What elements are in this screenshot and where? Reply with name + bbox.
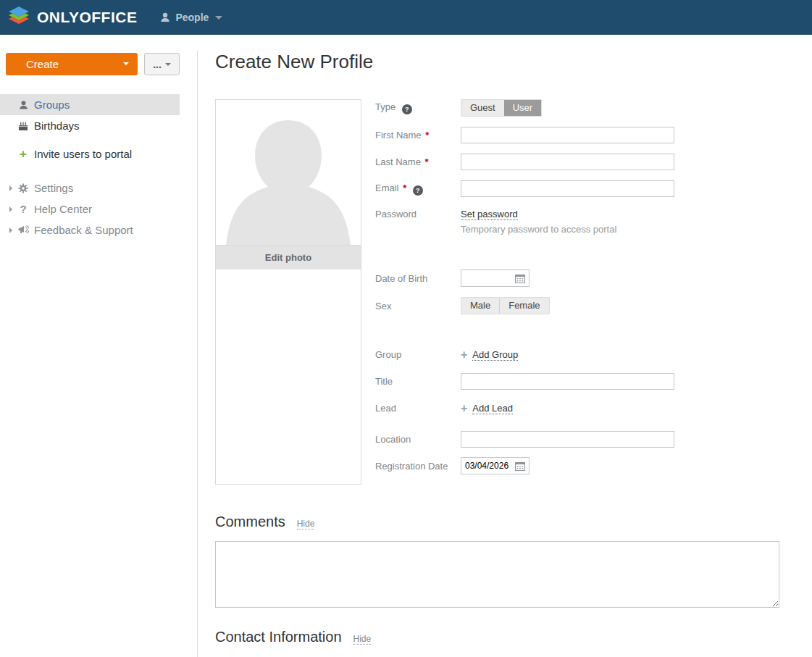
sidebar-item-label: Invite users to portal <box>34 148 132 160</box>
type-row: Type ? Guest User <box>375 99 812 117</box>
module-label: People <box>175 12 209 23</box>
help-icon[interactable]: ? <box>413 185 423 196</box>
first-name-label-text: First Name <box>375 130 422 141</box>
chevron-down-icon <box>165 63 171 66</box>
plus-icon: + <box>461 350 467 359</box>
chevron-down-icon <box>123 62 129 65</box>
gear-icon <box>17 183 29 193</box>
sidebar-item-groups[interactable]: Groups <box>0 94 180 115</box>
avatar-silhouette-icon <box>216 100 361 245</box>
add-lead-link[interactable]: Add Lead <box>472 403 513 414</box>
required-asterisk: * <box>403 183 406 193</box>
email-row: Email * ? <box>375 180 812 197</box>
sidebar-item-label: Help Center <box>34 203 92 215</box>
comments-hide-link[interactable]: Hide <box>297 519 315 530</box>
last-name-label-text: Last Name <box>375 156 421 167</box>
contact-information-section: Contact Information Hide + Add new conta… <box>215 629 812 657</box>
type-toggle: Guest User <box>461 99 542 117</box>
location-row: Location <box>375 431 812 448</box>
first-name-input[interactable] <box>461 127 674 143</box>
megaphone-icon <box>17 225 29 235</box>
sidebar-item-label: Settings <box>34 182 73 194</box>
sidebar: Create ... Groups <box>0 35 198 657</box>
sex-label: Sex <box>375 301 461 311</box>
group-label: Group <box>375 349 461 360</box>
first-name-row: First Name * <box>375 127 812 143</box>
create-button-label: Create <box>26 58 59 70</box>
sex-option-female[interactable]: Female <box>499 298 548 314</box>
type-label-text: Type <box>375 101 395 112</box>
title-input[interactable] <box>461 373 674 390</box>
sidebar-menu: Groups Birthdays <box>0 94 198 240</box>
brand-title[interactable]: ONLYOFFICE <box>37 9 137 26</box>
email-label-text: Email <box>375 183 399 193</box>
password-row: Password Set password Temporary password… <box>375 207 812 235</box>
sidebar-item-label: Groups <box>34 99 70 111</box>
birth-date-field <box>461 269 530 287</box>
expand-arrow-icon <box>9 185 12 191</box>
create-button[interactable]: Create <box>6 53 138 75</box>
registration-date-row: Registration Date <box>375 457 812 474</box>
title-label: Title <box>375 376 461 387</box>
group-row: Group + Add Group <box>375 346 812 363</box>
expand-arrow-icon <box>9 206 12 212</box>
sex-toggle: Male Female <box>461 297 550 314</box>
last-name-input[interactable] <box>461 154 674 170</box>
password-hint: Temporary password to access portal <box>461 224 616 235</box>
plus-icon: + <box>17 149 29 159</box>
birth-date-row: Date of Birth <box>375 269 812 287</box>
add-group-link[interactable]: Add Group <box>472 349 518 361</box>
set-password-link[interactable]: Set password <box>461 209 518 220</box>
sidebar-item-help-center[interactable]: ? Help Center <box>0 198 180 219</box>
location-input[interactable] <box>461 431 674 448</box>
calendar-icon[interactable] <box>515 274 525 283</box>
password-label: Password <box>375 207 461 219</box>
sidebar-item-label: Birthdays <box>34 120 80 132</box>
profile-photo-placeholder <box>216 100 361 245</box>
sidebar-divider <box>197 51 198 657</box>
chevron-down-icon <box>215 16 222 20</box>
sidebar-item-invite-users[interactable]: + Invite users to portal <box>0 143 180 164</box>
email-label: Email * ? <box>375 183 461 196</box>
calendar-icon[interactable] <box>515 461 525 471</box>
contact-information-hide-link[interactable]: Hide <box>353 634 372 645</box>
type-option-user[interactable]: User <box>504 100 541 116</box>
type-label: Type ? <box>375 101 461 114</box>
last-name-row: Last Name * <box>375 154 812 170</box>
module-switcher[interactable]: People <box>160 12 222 23</box>
expand-arrow-icon <box>9 227 12 233</box>
sex-option-male[interactable]: Male <box>461 298 499 314</box>
first-name-label: First Name * <box>375 130 461 141</box>
lead-row: Lead + Add Lead <box>375 400 812 417</box>
registration-date-input[interactable] <box>465 461 513 471</box>
birth-date-label: Date of Birth <box>375 273 461 284</box>
top-header-bar: ONLYOFFICE People <box>0 0 812 35</box>
help-icon[interactable]: ? <box>402 104 412 114</box>
onlyoffice-logo-icon[interactable] <box>7 7 30 28</box>
sidebar-item-label: Feedback & Support <box>34 224 133 236</box>
last-name-label: Last Name * <box>375 156 461 167</box>
sidebar-item-feedback-support[interactable]: Feedback & Support <box>0 219 180 240</box>
birth-date-input[interactable] <box>465 273 513 283</box>
sidebar-item-settings[interactable]: Settings <box>0 177 180 198</box>
more-actions-button[interactable]: ... <box>144 53 180 75</box>
ellipsis-icon: ... <box>153 59 162 70</box>
required-asterisk: * <box>425 130 429 141</box>
sidebar-item-birthdays[interactable]: Birthdays <box>0 115 180 136</box>
person-icon <box>17 100 29 110</box>
type-option-guest[interactable]: Guest <box>461 100 504 116</box>
registration-date-label: Registration Date <box>375 461 461 472</box>
edit-photo-button[interactable]: Edit photo <box>216 245 361 269</box>
plus-icon: + <box>461 403 467 413</box>
add-lead-action[interactable]: + Add Lead <box>461 403 513 414</box>
email-input[interactable] <box>461 180 674 197</box>
sex-row: Sex Male Female <box>375 297 812 314</box>
page-title: Create New Profile <box>215 51 812 73</box>
main-content: Create New Profile Edit photo Type ? <box>198 35 812 657</box>
person-icon <box>160 12 170 22</box>
profile-photo-card: Edit photo <box>215 99 361 485</box>
comments-textarea[interactable] <box>215 541 779 608</box>
contact-information-title: Contact Information <box>215 629 342 645</box>
lead-label: Lead <box>375 403 461 414</box>
add-group-action[interactable]: + Add Group <box>461 349 518 361</box>
